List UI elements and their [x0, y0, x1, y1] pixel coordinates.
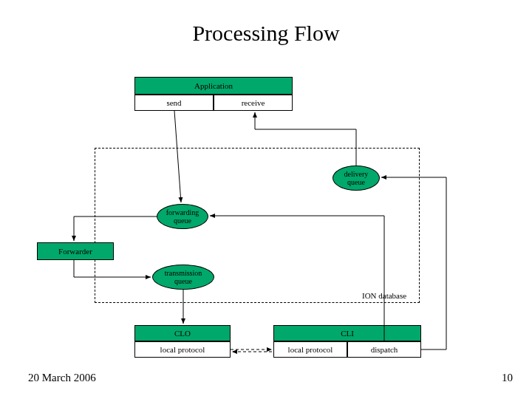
ion-database-label: ION database	[362, 291, 406, 300]
cli-local-protocol: local protocol	[273, 341, 347, 358]
clo-local-protocol: local protocol	[134, 341, 231, 358]
forwarding-queue: forwarding queue	[157, 204, 208, 229]
page-title: Processing Flow	[0, 21, 532, 46]
forwarder-box: Forwarder	[37, 242, 114, 260]
delivery-queue: delivery queue	[332, 166, 380, 191]
application-box: Application	[134, 77, 293, 95]
footer-date: 20 March 2006	[28, 372, 96, 384]
cli-dispatch: dispatch	[347, 341, 421, 358]
clo-box: CLO	[134, 325, 231, 341]
send-box: send	[134, 95, 214, 111]
receive-box: receive	[214, 95, 293, 111]
cli-box: CLI	[273, 325, 421, 341]
transmission-queue: transmission queue	[152, 265, 214, 290]
footer-page: 10	[502, 372, 513, 384]
